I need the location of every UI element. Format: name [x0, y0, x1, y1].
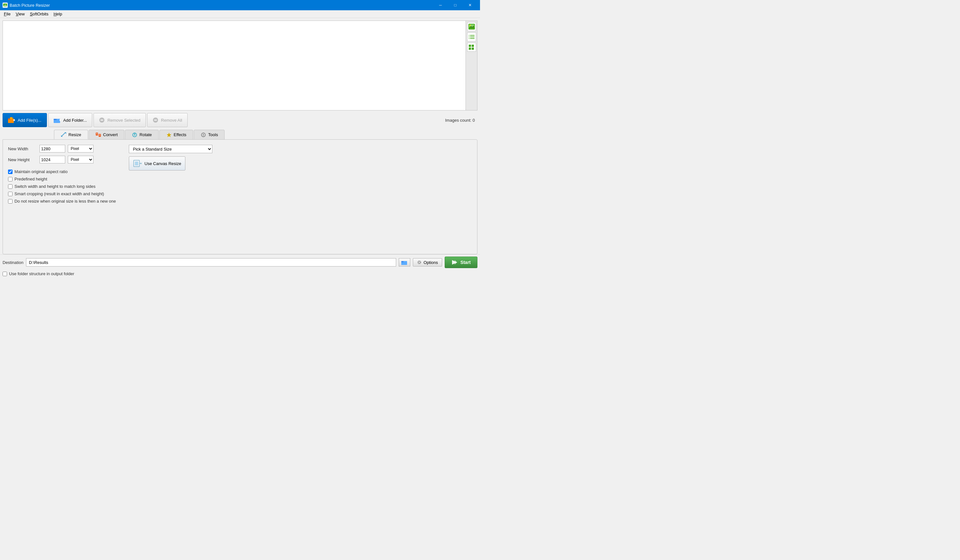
svg-rect-38	[99, 135, 100, 136]
svg-rect-7	[470, 35, 475, 36]
new-height-row: New Height Pixel Percent Centimeter Inch	[8, 156, 116, 163]
maintain-aspect-row: Maintain original aspect ratio	[8, 169, 116, 174]
main-content: Add File(s)... Add Folder... Remove Sele…	[0, 18, 480, 280]
svg-marker-43	[167, 132, 171, 137]
svg-point-6	[469, 25, 471, 26]
menu-bar: File View SoftOrbits Help	[0, 10, 480, 18]
remove-selected-icon	[99, 117, 105, 123]
svg-point-45	[203, 134, 204, 136]
svg-rect-46	[203, 133, 204, 134]
do-not-resize-checkbox[interactable]	[8, 199, 13, 204]
predefined-height-row: Predefined height	[8, 177, 116, 182]
svg-point-57	[418, 262, 420, 263]
add-files-label: Add File(s)...	[18, 118, 42, 123]
remove-all-button[interactable]: Remove All	[147, 113, 188, 127]
convert-tab-icon	[95, 132, 101, 137]
use-folder-structure-label: Use folder structure in output folder	[9, 271, 74, 276]
canvas-resize-label: Use Canvas Resize	[145, 161, 181, 166]
tab-tools[interactable]: Tools	[194, 130, 225, 139]
svg-rect-10	[469, 35, 469, 36]
tab-resize-label: Resize	[69, 132, 81, 137]
width-unit-select[interactable]: Pixel Percent Centimeter Inch	[68, 145, 93, 153]
predefined-height-checkbox[interactable]	[8, 177, 13, 182]
images-count: Images count: 0	[445, 118, 478, 123]
new-height-input[interactable]	[40, 156, 65, 163]
title-bar-controls: ─ □ ✕	[433, 0, 477, 10]
destination-folder-button[interactable]	[399, 258, 410, 266]
svg-rect-55	[401, 261, 403, 262]
svg-rect-34	[96, 133, 98, 134]
svg-rect-8	[470, 37, 475, 37]
image-canvas	[3, 21, 466, 110]
resize-tab-icon	[61, 132, 67, 137]
add-files-button[interactable]: Add File(s)...	[3, 113, 47, 127]
options-gear-icon	[417, 260, 422, 265]
grid-view-button[interactable]	[467, 43, 476, 52]
smart-cropping-label: Smart cropping (result in exact width an…	[14, 191, 104, 196]
tab-convert[interactable]: Convert	[89, 130, 125, 139]
title-bar: Batch Picture Resizer ─ □ ✕	[0, 0, 480, 10]
effects-tab-icon	[166, 132, 172, 137]
start-icon	[451, 260, 458, 265]
add-folder-button[interactable]: Add Folder...	[48, 113, 93, 127]
remove-selected-button[interactable]: Remove Selected	[93, 113, 146, 127]
view-image-button[interactable]	[467, 22, 476, 31]
maximize-button[interactable]: □	[448, 0, 462, 10]
resize-right-col: Pick a Standard Size 1920×1080 (HD) 3840…	[129, 145, 212, 171]
svg-rect-12	[469, 38, 469, 39]
svg-rect-48	[201, 134, 202, 135]
tools-tab-icon	[200, 132, 206, 137]
smart-cropping-checkbox[interactable]	[8, 192, 13, 196]
menu-help[interactable]: Help	[51, 11, 65, 17]
predefined-height-label: Predefined height	[14, 177, 47, 182]
remove-selected-label: Remove Selected	[107, 118, 141, 123]
add-folder-label: Add Folder...	[63, 118, 87, 123]
menu-softorbits[interactable]: SoftOrbits	[27, 11, 51, 17]
canvas-resize-button[interactable]: Use Canvas Resize	[129, 156, 186, 171]
options-panel: New Width Pixel Percent Centimeter Inch …	[3, 139, 477, 254]
svg-rect-21	[14, 119, 14, 121]
svg-rect-47	[203, 136, 204, 137]
do-not-resize-row: Do not resize when original size is less…	[8, 199, 116, 204]
tab-rotate[interactable]: Rotate	[125, 130, 158, 139]
tab-effects-label: Effects	[174, 132, 187, 137]
svg-rect-35	[96, 134, 98, 134]
start-label: Start	[461, 260, 471, 265]
options-label: Options	[424, 260, 438, 265]
use-folder-structure-checkbox[interactable]	[3, 272, 7, 276]
new-width-input[interactable]	[40, 145, 65, 153]
standard-size-select[interactable]: Pick a Standard Size 1920×1080 (HD) 3840…	[129, 145, 212, 153]
use-folder-structure-row: Use folder structure in output folder	[3, 271, 74, 276]
svg-point-41	[134, 134, 135, 136]
start-button[interactable]: Start	[445, 257, 477, 268]
list-view-button[interactable]	[467, 32, 476, 41]
image-area	[3, 21, 477, 110]
svg-line-30	[61, 132, 65, 136]
menu-file[interactable]: File	[1, 11, 13, 17]
minimize-button[interactable]: ─	[433, 0, 448, 10]
maintain-aspect-checkbox[interactable]	[8, 169, 13, 174]
bottom-panel: Resize Convert	[0, 128, 480, 254]
svg-rect-9	[470, 38, 475, 39]
menu-view[interactable]: View	[13, 11, 27, 17]
app-icon	[3, 3, 8, 8]
switch-width-height-checkbox[interactable]	[8, 184, 13, 189]
tabs-row: Resize Convert	[54, 130, 477, 139]
destination-folder-icon	[401, 260, 408, 265]
destination-bar: Destination Options Start	[0, 254, 480, 270]
close-button[interactable]: ✕	[462, 0, 477, 10]
options-button[interactable]: Options	[413, 258, 442, 266]
list-view-icon	[469, 34, 475, 40]
destination-input[interactable]	[26, 258, 396, 266]
resize-left-col: New Width Pixel Percent Centimeter Inch …	[8, 145, 116, 206]
height-unit-select[interactable]: Pixel Percent Centimeter Inch	[68, 156, 93, 163]
tab-rotate-label: Rotate	[139, 132, 152, 137]
tab-resize[interactable]: Resize	[54, 130, 88, 139]
new-width-label: New Width	[8, 147, 37, 151]
new-width-row: New Width Pixel Percent Centimeter Inch	[8, 145, 116, 153]
svg-rect-51	[135, 161, 138, 165]
rotate-tab-icon	[132, 132, 138, 137]
svg-rect-15	[469, 48, 471, 50]
svg-rect-11	[469, 37, 469, 37]
tab-effects[interactable]: Effects	[159, 130, 194, 139]
